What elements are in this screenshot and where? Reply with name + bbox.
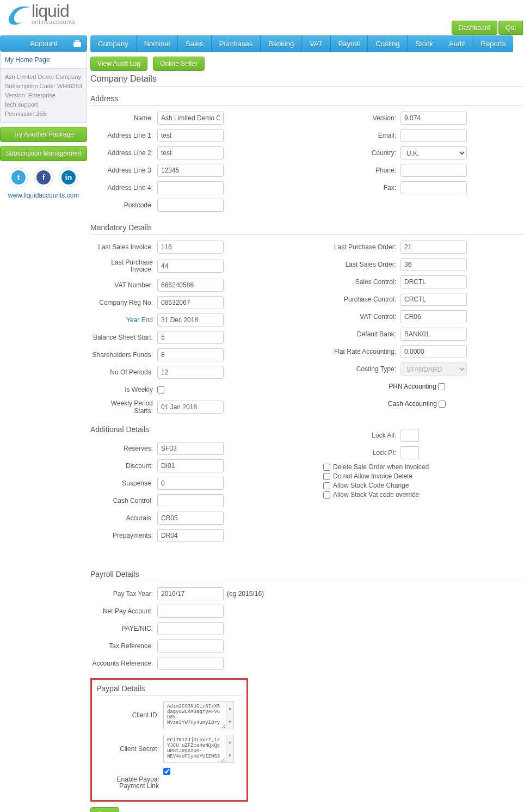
- cash-accounting-checkbox[interactable]: [439, 401, 446, 408]
- last-sales-order-input[interactable]: [400, 258, 467, 271]
- side-company: Ash Limited Demo Company: [5, 72, 82, 82]
- save-button[interactable]: Save: [90, 807, 119, 812]
- reserves-input[interactable]: [157, 442, 224, 455]
- logo-subtext: onlineaccounts: [32, 19, 75, 25]
- postcode-input[interactable]: [157, 199, 224, 212]
- logo: liquid onlineaccounts: [0, 2, 75, 26]
- addr1-input[interactable]: [157, 129, 224, 142]
- try-package-button[interactable]: Try Another Package: [0, 127, 87, 142]
- purchase-control-input[interactable]: [400, 293, 467, 306]
- quick-button[interactable]: Qui: [498, 21, 523, 35]
- flat-rate-input[interactable]: [400, 345, 467, 358]
- balance-sheet-start-input[interactable]: [157, 331, 224, 344]
- tab-banking[interactable]: Banking: [261, 35, 302, 52]
- nav-tabs: Company Nominal Sales Purchases Banking …: [90, 35, 524, 52]
- textarea-scroll[interactable]: ▲▼: [226, 701, 234, 729]
- payroll-title: Payroll Details: [90, 570, 524, 579]
- weekly-period-starts-input: [157, 401, 224, 414]
- lock-pi-input[interactable]: [400, 446, 419, 459]
- discount-input[interactable]: [157, 459, 224, 472]
- company-reg-input[interactable]: [157, 296, 224, 309]
- last-purchase-invoice-input[interactable]: [157, 260, 224, 273]
- no-of-periods-input[interactable]: [157, 366, 224, 379]
- tab-sales[interactable]: Sales: [178, 35, 212, 52]
- svg-rect-0: [73, 42, 81, 47]
- year-end-link[interactable]: Year End: [90, 316, 157, 324]
- fax-input[interactable]: [400, 181, 467, 194]
- vat-control-input[interactable]: [400, 310, 467, 323]
- side-panel: My Home Page Ash Limited Demo Company Su…: [0, 52, 87, 123]
- shareholders-funds-input[interactable]: [157, 348, 224, 361]
- topbar: liquid onlineaccounts Dashboard Qui: [0, 0, 524, 35]
- home-link[interactable]: My Home Page: [1, 52, 87, 69]
- prepayments-input[interactable]: [157, 529, 224, 542]
- social-links: t f in: [0, 168, 87, 187]
- facebook-icon[interactable]: f: [34, 168, 53, 187]
- tab-costing[interactable]: Costing: [368, 35, 408, 52]
- pay-tax-year-input[interactable]: [157, 587, 224, 600]
- last-sales-invoice-input[interactable]: [157, 241, 224, 254]
- lock-all-input[interactable]: [400, 429, 419, 442]
- logo-text: liquid: [32, 3, 75, 19]
- linkedin-icon[interactable]: in: [59, 168, 78, 187]
- costing-type-select: STANDARD: [400, 362, 467, 376]
- prn-accounting-checkbox[interactable]: [438, 383, 445, 390]
- tax-reference-input[interactable]: [157, 639, 224, 653]
- email-input[interactable]: [400, 129, 467, 142]
- address-title: Address: [90, 94, 524, 103]
- side-info: Ash Limited Demo Company Subscription Co…: [1, 69, 87, 122]
- additional-title: Additional Details: [90, 425, 319, 434]
- paypal-title: Paypal Details: [96, 684, 242, 693]
- addr4-input[interactable]: [157, 181, 224, 194]
- tab-audit[interactable]: Audit: [441, 35, 473, 52]
- tab-payroll[interactable]: Payroll: [331, 35, 368, 52]
- net-pay-account-input[interactable]: [157, 605, 224, 618]
- site-link[interactable]: www.liquidaccounts.com: [0, 192, 87, 199]
- tab-company[interactable]: Company: [90, 35, 137, 52]
- name-input[interactable]: [157, 112, 224, 125]
- version-input: [400, 112, 467, 125]
- tab-nominal[interactable]: Nominal: [137, 35, 178, 52]
- client-secret-input[interactable]: ECiTK1ZJjDLbxr7_1zYJCU_uZFZce4eNQxQcUR8t…: [163, 735, 226, 763]
- year-end-input: [157, 313, 224, 327]
- online-seller-button[interactable]: Online Seller: [153, 57, 205, 71]
- tab-stock[interactable]: Stock: [408, 35, 441, 52]
- phone-input[interactable]: [400, 164, 467, 177]
- tab-vat[interactable]: VAT: [302, 35, 330, 52]
- svg-rect-1: [76, 40, 79, 42]
- subscription-mgmt-button[interactable]: Subscription Management: [0, 146, 87, 161]
- addr2-input[interactable]: [157, 146, 224, 159]
- accounts-reference-input[interactable]: [157, 657, 224, 670]
- page-title: Company Details: [90, 74, 524, 84]
- account-menu[interactable]: Account: [0, 35, 87, 52]
- tab-purchases[interactable]: Purchases: [212, 35, 261, 52]
- tab-reports[interactable]: Reports: [473, 35, 514, 52]
- default-bank-input[interactable]: [400, 328, 467, 341]
- cash-control-input[interactable]: [157, 494, 224, 507]
- paypal-section: Paypal Details Client ID: Adim2CO3NUGlz6…: [90, 678, 248, 802]
- logo-swish-icon: [5, 2, 32, 26]
- vat-number-input[interactable]: [157, 279, 224, 292]
- is-weekly-checkbox[interactable]: [157, 386, 164, 393]
- stock-code-change-checkbox[interactable]: [323, 482, 330, 489]
- stock-vat-override-checkbox[interactable]: [323, 491, 330, 499]
- view-audit-button[interactable]: View Audit Log: [90, 57, 147, 71]
- no-invoice-delete-checkbox[interactable]: [323, 473, 330, 480]
- last-purchase-order-input[interactable]: [400, 241, 467, 254]
- sales-control-input[interactable]: [400, 275, 467, 288]
- client-id-input[interactable]: Adim2CO3NUGlz6IxX5dagyuWLKM8aqryAFV6h8k-…: [163, 701, 226, 729]
- textarea-scroll[interactable]: ▲▼: [226, 735, 234, 763]
- mandatory-title: Mandatory Details: [90, 223, 524, 232]
- suspense-input[interactable]: [157, 477, 224, 490]
- briefcase-icon: [73, 40, 82, 47]
- delete-so-checkbox[interactable]: [323, 464, 330, 471]
- accruals-input[interactable]: [157, 512, 224, 525]
- addr3-input[interactable]: [157, 164, 224, 177]
- account-label: Account: [30, 39, 58, 48]
- dashboard-button[interactable]: Dashboard: [452, 21, 498, 35]
- country-select[interactable]: U.K.: [400, 146, 467, 159]
- twitter-icon[interactable]: t: [9, 168, 28, 187]
- enable-paypal-checkbox[interactable]: [163, 768, 170, 775]
- paye-nic-input[interactable]: [157, 622, 224, 635]
